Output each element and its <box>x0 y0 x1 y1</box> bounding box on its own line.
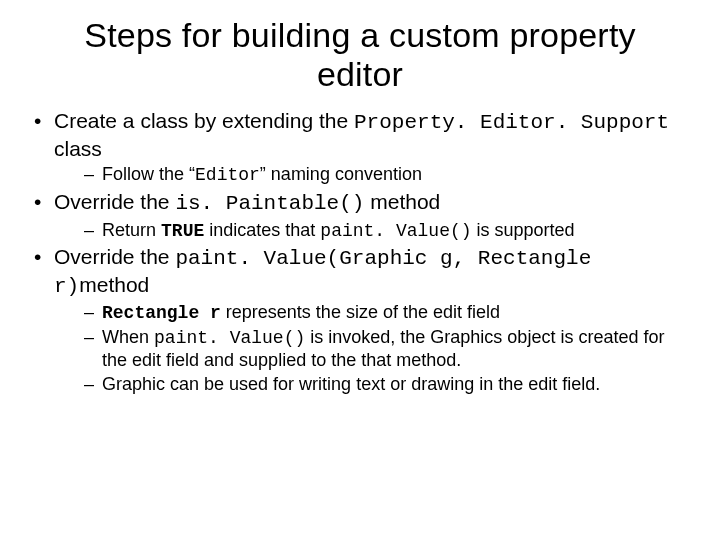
bullet-3-sub-1-post: represents the size of the edit field <box>221 302 500 322</box>
bullet-1-code: Property. Editor. Support <box>354 111 669 134</box>
bullet-3-pre: Override the <box>54 245 175 268</box>
bullet-2-sub-1-post: is supported <box>472 220 575 240</box>
bullet-1: Create a class by extending the Property… <box>30 108 690 187</box>
bullet-3-sub-1-code: Rectangle r <box>102 303 221 323</box>
bullet-1-text-post: class <box>54 137 102 160</box>
bullet-2-sublist: Return TRUE indicates that paint. Value(… <box>54 219 690 243</box>
bullet-2-pre: Override the <box>54 190 175 213</box>
bullet-3-sublist: Rectangle r represents the size of the e… <box>54 301 690 395</box>
bullet-3-sub-2: When paint. Value() is invoked, the Grap… <box>54 326 690 372</box>
bullet-3-sub-3: Graphic can be used for writing text or … <box>54 373 690 396</box>
bullet-1-sub-1-pre: Follow the “ <box>102 164 195 184</box>
bullet-1-sublist: Follow the “Editor” naming convention <box>54 163 690 187</box>
slide-title: Steps for building a custom property edi… <box>70 16 650 94</box>
bullet-list: Create a class by extending the Property… <box>30 108 690 395</box>
bullet-2: Override the is. Paintable() method Retu… <box>30 189 690 242</box>
bullet-1-sub-1-code: Editor <box>195 165 260 185</box>
bullet-3: Override the paint. Value(Graphic g, Rec… <box>30 244 690 395</box>
bullet-3-sub-2-code: paint. Value() <box>154 328 305 348</box>
bullet-2-sub-1: Return TRUE indicates that paint. Value(… <box>54 219 690 243</box>
slide: Steps for building a custom property edi… <box>0 0 720 540</box>
bullet-1-text-pre: Create a class by extending the <box>54 109 354 132</box>
bullet-3-post: method <box>79 273 149 296</box>
bullet-2-sub-1-pre: Return <box>102 220 161 240</box>
bullet-1-sub-1: Follow the “Editor” naming convention <box>54 163 690 187</box>
bullet-2-code: is. Paintable() <box>175 192 364 215</box>
bullet-2-sub-1-code: paint. Value() <box>320 221 471 241</box>
bullet-1-sub-1-post: ” naming convention <box>260 164 422 184</box>
bullet-2-sub-1-mid: indicates that <box>204 220 320 240</box>
bullet-3-sub-1: Rectangle r represents the size of the e… <box>54 301 690 325</box>
bullet-3-sub-2-pre: When <box>102 327 154 347</box>
bullet-2-sub-1-bold: TRUE <box>161 221 204 241</box>
bullet-2-post: method <box>364 190 440 213</box>
